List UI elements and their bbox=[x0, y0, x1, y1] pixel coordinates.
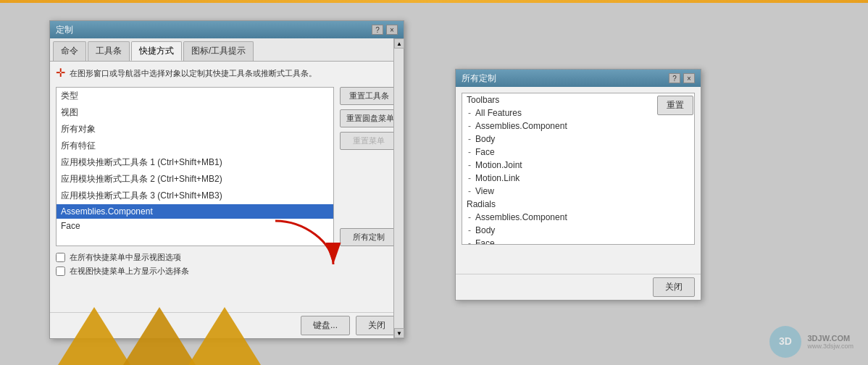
tab-toolbars[interactable]: 工具条 bbox=[88, 41, 130, 61]
dialog-main-controls: ? × bbox=[372, 25, 398, 35]
main-close-button[interactable]: 关闭 bbox=[356, 316, 398, 335]
keyboard-button[interactable]: 键盘... bbox=[301, 316, 350, 335]
tree-item-radial-assemblies[interactable]: Assemblies.Component bbox=[462, 211, 694, 224]
tree-item-view[interactable]: View bbox=[462, 185, 694, 198]
tree-item-motion-link[interactable]: Motion.Link bbox=[462, 172, 694, 185]
dialog-main-title: 定制 bbox=[56, 24, 73, 36]
list-item-all-features[interactable]: 所有特征 bbox=[57, 138, 333, 154]
dialog-main-content: ✛ 在图形窗口或导航器中选择对象以定制其快捷工具条或推断式工具条。 类型 视图 … bbox=[50, 62, 404, 285]
tree-panel[interactable]: Toolbars All Features Assemblies.Compone… bbox=[462, 93, 695, 245]
tree-item-motion-joint[interactable]: Motion.Joint bbox=[462, 159, 694, 172]
dialog-all-help-button[interactable]: ? bbox=[669, 73, 680, 83]
dialog-all-titlebar: 所有定制 ? × bbox=[456, 70, 701, 87]
dialog-customize: 定制 ? × 命令 工具条 快捷方式 图标/工具提示 ✛ 在图形窗口或导航器中选… bbox=[49, 20, 404, 339]
list-item-assemblies[interactable]: Assemblies.Component bbox=[57, 204, 333, 219]
hint-row: ✛ 在图形窗口或导航器中选择对象以定制其快捷工具条或推断式工具条。 bbox=[56, 67, 398, 80]
watermark-text: 3DJW.COM www.3dsjw.com bbox=[807, 334, 854, 350]
watermark-icon: 3D bbox=[768, 324, 803, 359]
checkbox-show-select-row: 在视图快捷菜单上方显示小选择条 bbox=[56, 266, 398, 277]
watermark: 3D 3DJW.COM www.3dsjw.com bbox=[768, 324, 854, 359]
tree-item-radial-face[interactable]: Face bbox=[462, 237, 694, 245]
tab-shortcuts[interactable]: 快捷方式 bbox=[131, 41, 182, 61]
list-item-all-objects[interactable]: 所有对象 bbox=[57, 121, 333, 138]
dialog-main-help-button[interactable]: ? bbox=[372, 25, 383, 35]
dialog-main-close-button[interactable]: × bbox=[386, 25, 398, 35]
list-item-face[interactable]: Face bbox=[57, 219, 333, 233]
dialog-main-scrollbar[interactable]: ▲ ▼ bbox=[393, 38, 404, 338]
top-accent-bar bbox=[0, 0, 868, 3]
list-panel: 类型 视图 所有对象 所有特征 应用模块推断式工具条 1 (Ctrl+Shift… bbox=[56, 87, 398, 246]
checkbox-show-select-label: 在视图快捷菜单上方显示小选择条 bbox=[70, 266, 189, 277]
tree-item-assemblies-component[interactable]: Assemblies.Component bbox=[462, 119, 694, 133]
hint-text: 在图形窗口或导航器中选择对象以定制其快捷工具条或推断式工具条。 bbox=[70, 67, 317, 80]
dialog-all-controls: ? × bbox=[669, 73, 695, 83]
action-buttons-col: 重置工具条 重置圆盘菜单 重置菜单 所有定制 bbox=[340, 87, 398, 246]
reset-menu-button[interactable]: 重置菜单 bbox=[340, 132, 398, 150]
tree-group-radials: Radials bbox=[462, 198, 694, 211]
tree-item-body[interactable]: Body bbox=[462, 133, 694, 146]
reset-toolbar-button[interactable]: 重置工具条 bbox=[340, 87, 398, 105]
dialog-all-bottom-bar: 关闭 bbox=[456, 274, 701, 300]
all-close-button[interactable]: 关闭 bbox=[653, 277, 695, 297]
scrollbar-up-button[interactable]: ▲ bbox=[394, 38, 404, 49]
dialog-main-titlebar: 定制 ? × bbox=[50, 21, 404, 38]
tab-commands[interactable]: 命令 bbox=[53, 41, 86, 61]
dialog-all-custom: 所有定制 ? × 重置 Toolbars All Features Assemb… bbox=[455, 69, 701, 301]
list-item-toolbar1[interactable]: 应用模块推断式工具条 1 (Ctrl+Shift+MB1) bbox=[57, 154, 333, 171]
tree-item-face[interactable]: Face bbox=[462, 146, 694, 159]
svg-text:3D: 3D bbox=[780, 335, 793, 347]
tree-item-radial-body[interactable]: Body bbox=[462, 224, 694, 237]
dialog-main-bottom-bar: 键盘... 关闭 bbox=[50, 312, 404, 338]
list-item-type[interactable]: 类型 bbox=[57, 88, 333, 104]
all-custom-button[interactable]: 所有定制 bbox=[340, 228, 398, 246]
checkbox-show-view-row: 在所有快捷菜单中显示视图选项 bbox=[56, 252, 398, 263]
hint-icon: ✛ bbox=[56, 67, 65, 79]
checkbox-show-select[interactable] bbox=[56, 267, 65, 276]
checkbox-show-view-label: 在所有快捷菜单中显示视图选项 bbox=[70, 252, 181, 263]
dialog-all-title: 所有定制 bbox=[462, 72, 496, 85]
scrollbar-down-button[interactable]: ▼ bbox=[394, 328, 404, 338]
list-item-toolbar2[interactable]: 应用模块推断式工具条 2 (Ctrl+Shift+MB2) bbox=[57, 171, 333, 188]
tree-item-all-features[interactable]: All Features bbox=[462, 106, 694, 119]
checkbox-show-view[interactable] bbox=[56, 253, 65, 262]
tabs-bar: 命令 工具条 快捷方式 图标/工具提示 bbox=[50, 38, 404, 62]
list-item-toolbar3[interactable]: 应用模块推断式工具条 3 (Ctrl+Shift+MB3) bbox=[57, 188, 333, 204]
reset-radial-button[interactable]: 重置圆盘菜单 bbox=[340, 109, 398, 127]
tab-icons[interactable]: 图标/工具提示 bbox=[183, 41, 254, 61]
checkboxes-area: 在所有快捷菜单中显示视图选项 在视图快捷菜单上方显示小选择条 bbox=[56, 252, 398, 277]
dialog-all-close-button[interactable]: × bbox=[683, 73, 695, 83]
list-box[interactable]: 类型 视图 所有对象 所有特征 应用模块推断式工具条 1 (Ctrl+Shift… bbox=[56, 87, 334, 246]
list-item-view[interactable]: 视图 bbox=[57, 104, 333, 121]
